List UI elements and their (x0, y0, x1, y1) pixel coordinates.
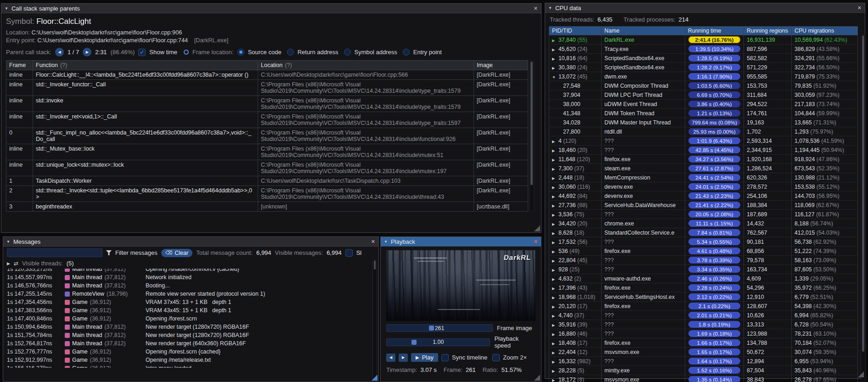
message-row[interactable]: 1s 152,764,817nsMain thread(37,812)New r… (7, 339, 375, 348)
cpu-row[interactable]: ▶37,840 (55)DarkRL.exe2:41.4 (16.76%)16,… (549, 35, 858, 45)
cpu-row[interactable]: 34,028DWM Master Input Thread799.64 ms (… (549, 118, 858, 127)
message-row[interactable]: 1s 151,754,784nsMain thread(37,812)New r… (7, 331, 375, 339)
show-time-checkbox[interactable]: ✓ (138, 49, 146, 56)
expand-icon[interactable]: ▶ (7, 261, 10, 266)
close-icon[interactable]: ✕ (534, 239, 538, 245)
cpu-row[interactable]: ▶20,120 (17)firefox.exe2.1 s (0.22%)128,… (549, 302, 858, 311)
cpu-row[interactable]: 27,800ntdll.dll25.93 ms (0.00%)1,7021,29… (549, 127, 858, 136)
step-back-button[interactable]: ◀ (386, 354, 395, 362)
play-button[interactable]: ▶ Play (411, 353, 438, 362)
expand-icon[interactable]: ▶ (552, 140, 558, 144)
column-frame[interactable]: Frame (6, 61, 33, 70)
callstack-row[interactable]: inlinestd::unique_lock<std::mutex>::lock… (6, 160, 528, 176)
cpu-scrollbar[interactable] (861, 34, 866, 382)
message-row[interactable]: 1s 120,335,272nsMain thread(37,812)Openi… (7, 269, 375, 273)
column-cpu-migrations[interactable]: CPU migrations (792, 27, 858, 35)
cpu-row[interactable]: ▶22,404 (12)msvsmon.exe1.65 s (0.17%)50,… (549, 348, 858, 357)
column-running-regions[interactable]: Running regions (744, 27, 792, 35)
cpu-row[interactable]: ▶44,692 (84)devenv.exe21.43 s (2.23%)254… (549, 191, 858, 201)
cpu-row[interactable]: ▶45,620 (24)Tracy.exe1:39.5 (10.34%)887,… (549, 45, 858, 54)
resize-grip[interactable] (372, 375, 378, 381)
expand-icon[interactable]: ▶ (552, 360, 558, 364)
expand-icon[interactable]: ▶ (552, 222, 558, 226)
expand-icon[interactable]: ▼ (552, 75, 558, 79)
resize-grip[interactable] (858, 371, 864, 377)
expand-icon[interactable]: ▶ (552, 158, 558, 162)
cpu-row[interactable]: ▶4,740 (37)???2.01 s (0.21%)10,6266,994 … (549, 311, 858, 320)
collapse-icon[interactable]: ▼ (548, 6, 552, 10)
filter-input[interactable] (7, 248, 102, 257)
cpu-row[interactable]: ▶35,916 (39)???1.8 s (0.19%)13,3136,728 … (549, 320, 858, 329)
cpu-row[interactable]: ▶8,628 (18)StandardCollector.Service.e7.… (549, 228, 858, 237)
resize-grip[interactable] (534, 375, 540, 381)
collapse-icon[interactable]: ▼ (6, 240, 10, 244)
scrollbar-thumb[interactable] (862, 35, 864, 352)
cpu-row[interactable]: ▶18,460 (20)???42.85 s (4.45%)2,344,9151… (549, 146, 858, 155)
cpu-row[interactable]: ▶22,804 (45)???3.78 s (0.39%)79,57858,16… (549, 256, 858, 265)
expand-icon[interactable]: ▶ (552, 332, 558, 337)
close-icon[interactable]: ✕ (534, 6, 538, 11)
cpu-row[interactable]: ▼13,072 (45)dwm.exe1:16.1 (7.90%)955,585… (549, 72, 858, 81)
frame-image[interactable]: DarkRL (386, 250, 535, 321)
cpu-row[interactable]: ▶17,532 (56)???5.34 s (0.55%)90,18156,73… (549, 237, 858, 247)
scrollbar-thumb[interactable] (530, 62, 533, 185)
expand-icon[interactable]: ▶ (552, 369, 558, 373)
expand-icon[interactable]: ▶ (552, 39, 558, 43)
expand-icon[interactable]: ▶ (552, 277, 558, 281)
message-row[interactable]: 1s 152,912,997nsGame(36,912)Opening /met… (7, 356, 375, 364)
cpu-row[interactable]: 37,904DWM LPC Port Thread6.69 s (0.70%)3… (549, 90, 858, 100)
expand-icon[interactable]: ▶ (552, 66, 558, 70)
messages-list[interactable]: 1s 120,335,272nsMain thread(37,812)Openi… (3, 269, 378, 368)
message-row[interactable]: 1s 145,557,997nsMain thread(37,812)Netwo… (7, 273, 375, 281)
cpu-row[interactable]: ▶11,648 (120)firefox.exe34.27 s (3.56%)1… (549, 155, 858, 164)
message-row[interactable]: 1s 147,255,145nsRemoteView(18,796)Remote… (7, 290, 375, 298)
message-row[interactable]: 1s 147,354,456nsGame(36,912)VRAM 37x45: … (7, 298, 375, 306)
callstack-row[interactable]: 1TaskDispatch::WorkerC:\Users\wolf\Deskt… (6, 176, 528, 186)
cpu-row[interactable]: ▶17,396 (43)firefox.exe2.28 s (0.24%)54,… (549, 283, 858, 292)
scrollbar-thumb[interactable] (374, 260, 376, 270)
expand-icon[interactable]: ▶ (552, 204, 558, 208)
clipped-checkbox[interactable]: ✓ (345, 249, 353, 257)
messages-scrollbar[interactable] (372, 259, 377, 380)
message-row[interactable]: 1s 147,400,846nsGame(36,912)Opening /for… (7, 315, 375, 323)
expand-icon[interactable]: ▶ (552, 286, 558, 291)
cpu-row[interactable]: ▶27,736 (88)ServiceHub.DataWarehouse21.4… (549, 201, 858, 210)
expand-icon[interactable]: ▶ (552, 195, 558, 199)
cpu-row[interactable]: ▶30,060 (116)devenv.exe24.01 s (2.50%)27… (549, 182, 858, 191)
cpu-row[interactable]: ▶7,300 (37)steam.exe27.61 s (2.87%)1,286… (549, 164, 858, 173)
message-row[interactable]: 1s 156,116,278nsGame(36,912)Intro menu l… (7, 364, 375, 368)
message-row[interactable]: 1s 150,994,646nsMain thread(37,812)New r… (7, 323, 375, 331)
expand-icon[interactable]: ▶ (552, 167, 558, 171)
callstack-row[interactable]: inlinestd::invokeC:\Program Files (x86)\… (6, 96, 528, 112)
cpu-row[interactable]: ▶18,408 (17)firefox.exe1.66 s (0.17%)134… (549, 338, 858, 348)
cpu-row[interactable]: ▶18,172 (8)msvsmon.exe1.35 s (0.14%)38,8… (549, 375, 858, 382)
clear-button[interactable]: ⌫ Clear (161, 249, 192, 257)
cpu-row[interactable]: ▶10,816 (64)ScriptedSandbox64.exe1:28.5 … (549, 54, 858, 63)
cpu-row[interactable]: ▶34,420 (20)chrome.exe11.11 s (1.15%)14,… (549, 219, 858, 228)
expand-icon[interactable]: ▶ (552, 323, 558, 327)
expand-icon[interactable]: ▶ (552, 48, 558, 52)
expand-icon[interactable]: ▶ (552, 250, 558, 254)
column-image[interactable]: Image (474, 61, 528, 70)
prev-parent-button[interactable]: ◀ (55, 48, 64, 56)
close-icon[interactable]: ✕ (371, 239, 375, 245)
callstack-row[interactable]: 0std::_Func_impl_no_alloc<<lambda_5bc224… (6, 128, 528, 144)
message-row[interactable]: 1s 147,383,566nsGame(36,912)VRAM 43x45: … (7, 306, 375, 315)
expand-icon[interactable]: ▶ (552, 378, 558, 382)
expand-icon[interactable]: ▶ (552, 351, 558, 355)
collapse-icon[interactable]: ▼ (384, 240, 388, 244)
expand-icon[interactable]: ▶ (552, 305, 558, 309)
column-running-time[interactable]: Running time (685, 27, 744, 35)
callstack-row[interactable]: 2std::thread::_Invoke<std::tuple<<lambda… (6, 186, 528, 202)
expand-icon[interactable]: ▶ (552, 259, 558, 263)
column-pid-tid[interactable]: PID/TID (549, 27, 602, 35)
message-row[interactable]: 1s 152,776,777nsGame(36,912)Opening /for… (7, 348, 375, 356)
radio-symbol-address[interactable] (344, 49, 351, 56)
expand-icon[interactable]: ▶ (552, 185, 558, 190)
step-forward-button[interactable]: ▶ (399, 354, 408, 362)
callstack-scrollbar[interactable] (529, 60, 534, 212)
radio-entry-point[interactable] (403, 49, 410, 56)
radio-return-address[interactable] (287, 49, 294, 56)
expand-icon[interactable]: ▶ (552, 296, 558, 300)
playback-speed-slider[interactable]: 1.00 (386, 338, 490, 346)
